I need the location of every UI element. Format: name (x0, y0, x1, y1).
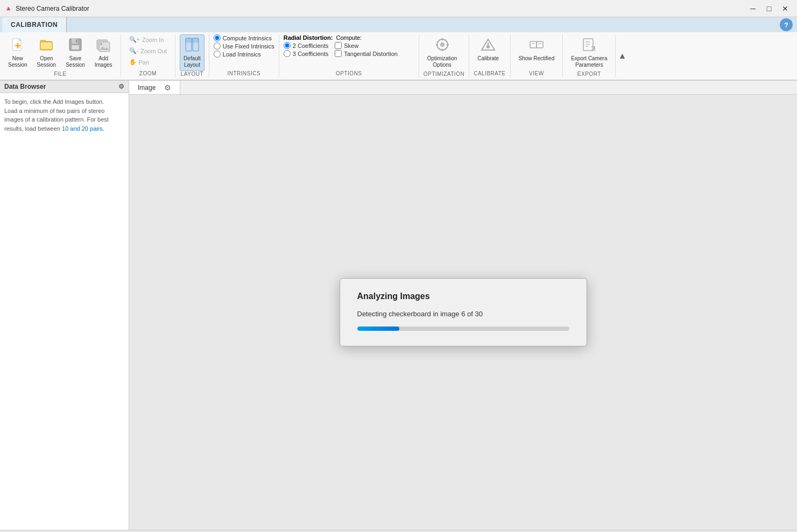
intrinsics-group-label: INTRINSICS (214, 70, 274, 77)
add-images-button[interactable]: Add Images (91, 34, 116, 71)
ribbon-tabbar: CALIBRATION ? (0, 17, 797, 32)
compute-intrinsics-row: Compute Intrinsics (214, 34, 274, 41)
app-icon: 🔺 (4, 5, 12, 12)
export-items: Export Camera Parameters (567, 34, 611, 71)
zoom-in-label: Zoom In (142, 37, 164, 43)
use-fixed-intrinsics-label: Use Fixed Intrinsics (223, 43, 274, 49)
tab-settings-icon[interactable]: ⚙ (156, 83, 171, 92)
calibrate-label: Calibrate (477, 55, 499, 62)
open-session-button[interactable]: Open Session (33, 34, 60, 71)
image-tab[interactable]: Image ⚙ (129, 81, 180, 94)
save-session-icon (68, 37, 83, 54)
radial-distortion-label: Radial Distortion: (284, 34, 333, 41)
radial-options-col: 2 Coefficients 3 Coefficients (284, 42, 328, 57)
skew-label: Skew (344, 42, 358, 49)
new-session-label: New Session (8, 55, 27, 68)
progress-bar-background (357, 327, 569, 331)
options-group-label: OPTIONS (284, 70, 414, 77)
zoom-in-button[interactable]: 🔍+ Zoom In (125, 34, 171, 45)
sidebar-instructions: To begin, click the Add Images button. L… (4, 97, 124, 133)
sidebar-text-3: images of a calibration pattern. For bes… (4, 116, 109, 123)
tangential-checkbox[interactable] (335, 50, 342, 57)
zoom-out-icon: 🔍- (129, 47, 139, 54)
main-content: Data Browser ⚙ To begin, click the Add I… (0, 81, 797, 530)
sidebar-link[interactable]: 10 and 20 pairs (62, 125, 103, 132)
coeff2-row: 2 Coefficients (284, 42, 328, 49)
data-browser-title: Data Browser (4, 83, 46, 90)
coeff3-radio[interactable] (284, 50, 291, 57)
load-intrinsics-radio[interactable] (214, 51, 221, 58)
svg-point-25 (486, 45, 490, 48)
ribbon-toolbar: New Session Open Session (0, 32, 797, 81)
optimization-group: Optimization Options OPTIMIZATION (419, 34, 469, 77)
sidebar-text-4: results, load between (4, 125, 62, 132)
status-bar: ◀ (0, 530, 797, 532)
analyzing-dialog: Analyzing Images Detecting checkerboard … (340, 278, 587, 346)
image-panel: Image ⚙ Analyzing Images Detecting check… (129, 81, 797, 530)
optimization-icon (435, 37, 450, 54)
pan-button[interactable]: ✋ Pan (125, 57, 171, 67)
sidebar-text-5: . (103, 125, 104, 132)
export-group: Export Camera Parameters EXPORT (563, 34, 616, 77)
minimize-button[interactable]: ─ (745, 3, 760, 15)
svg-rect-17 (186, 38, 199, 42)
intrinsics-items: Compute Intrinsics Use Fixed Intrinsics … (214, 34, 274, 70)
zoom-items: 🔍+ Zoom In 🔍- Zoom Out ✋ Pan (125, 34, 171, 70)
optimization-options-button[interactable]: Optimization Options (424, 34, 461, 71)
coeff2-label: 2 Coefficients (293, 42, 328, 49)
export-button[interactable]: Export Camera Parameters (567, 34, 611, 71)
view-group: Show Rectified VIEW (511, 34, 563, 77)
calibrate-group: Calibrate CALIBRATE (469, 34, 510, 77)
window-controls: ─ □ ✕ (745, 3, 793, 15)
sidebar-header: Data Browser ⚙ (0, 81, 129, 93)
skew-checkbox[interactable] (335, 42, 342, 49)
svg-point-19 (440, 42, 445, 47)
default-layout-button[interactable]: Default Layout (180, 34, 204, 71)
use-fixed-intrinsics-radio[interactable] (214, 42, 221, 49)
load-intrinsics-label: Load Intrinsics (223, 51, 261, 58)
coeff2-radio[interactable] (284, 42, 291, 49)
compute-intrinsics-radio[interactable] (214, 34, 221, 41)
default-layout-label: Default Layout (184, 55, 201, 68)
sidebar-text-2: Load a minimum of two pairs of stereo (4, 108, 104, 114)
file-group-label: FILE (4, 71, 116, 78)
use-fixed-intrinsics-row: Use Fixed Intrinsics (214, 42, 274, 49)
export-group-label: EXPORT (567, 71, 611, 78)
tangential-label: Tangential Distortion (344, 51, 398, 57)
coeff3-row: 3 Coefficients (284, 50, 328, 57)
compute-intrinsics-label: Compute Intrinsics (223, 35, 272, 41)
show-rectified-label: Show Rectified (519, 55, 555, 62)
calibration-tab[interactable]: CALIBRATION (2, 17, 67, 32)
show-rectified-button[interactable]: Show Rectified (515, 34, 559, 65)
coeff3-label: 3 Coefficients (293, 51, 328, 57)
new-session-button[interactable]: New Session (4, 34, 31, 71)
load-intrinsics-row: Load Intrinsics (214, 51, 274, 58)
restore-button[interactable]: □ (761, 3, 777, 15)
sidebar-settings-icon[interactable]: ⚙ (118, 83, 124, 90)
calibrate-button[interactable]: Calibrate (474, 34, 503, 65)
svg-rect-27 (530, 41, 537, 48)
extra-options-col: Skew Tangential Distortion (335, 42, 398, 57)
layout-group: Default Layout LAYOUT (175, 34, 209, 77)
intrinsics-group: Compute Intrinsics Use Fixed Intrinsics … (209, 34, 279, 77)
distortion-options: 2 Coefficients 3 Coefficients Skew Tange… (284, 42, 398, 57)
svg-rect-28 (537, 41, 543, 48)
close-button[interactable]: ✕ (778, 3, 793, 15)
progress-bar-fill (357, 327, 400, 331)
add-images-label: Add Images (95, 55, 112, 68)
dialog-title: Analyzing Images (357, 292, 569, 301)
ribbon-scroll-right[interactable]: ▲ (616, 34, 629, 77)
zoom-out-button[interactable]: 🔍- Zoom Out (125, 46, 171, 56)
dialog-message: Detecting checkerboard in image 6 of 30 (357, 310, 569, 318)
optimization-group-label: OPTIMIZATION (424, 71, 464, 78)
help-button[interactable]: ? (780, 18, 793, 31)
options-group: Radial Distortion: Compute: 2 Coefficien… (279, 34, 419, 77)
calibrate-group-label: CALIBRATE (474, 70, 505, 77)
open-session-label: Open Session (37, 55, 57, 68)
export-icon (582, 37, 597, 54)
radial-distortion-row: Radial Distortion: Compute: (284, 34, 362, 41)
svg-rect-9 (72, 45, 79, 49)
optimization-items: Optimization Options (424, 34, 464, 71)
save-session-button[interactable]: Save Session (62, 34, 89, 71)
zoom-group-label: ZOOM (125, 70, 171, 77)
